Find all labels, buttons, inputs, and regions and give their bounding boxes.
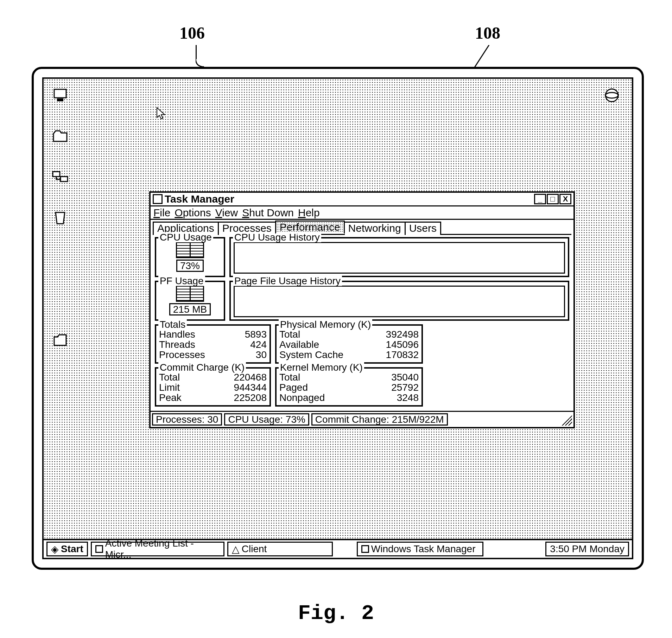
totals-handles-label: Handles xyxy=(159,329,221,339)
kernel-paged-label: Paged xyxy=(279,382,354,393)
svg-point-4 xyxy=(606,89,618,102)
pf-history-chart xyxy=(234,286,565,317)
app-icon xyxy=(153,194,163,204)
cpu-usage-label: CPU Usage xyxy=(158,232,213,242)
maximize-button[interactable]: □ xyxy=(547,194,559,204)
totals-processes-label: Processes xyxy=(159,350,221,360)
cpu-gauge-icon xyxy=(176,242,204,258)
commit-charge-group: Commit Charge (K) Total220468 Limit94434… xyxy=(155,367,271,407)
menu-shutdown[interactable]: Shut Down xyxy=(242,207,294,218)
cpu-history-chart xyxy=(234,242,565,274)
internet-icon[interactable] xyxy=(604,87,620,103)
phys-total-value: 392498 xyxy=(369,329,419,339)
app-icon xyxy=(95,545,103,553)
totals-threads-value: 424 xyxy=(229,339,267,350)
cpu-usage-group: CPU Usage 73% xyxy=(155,237,225,277)
commit-limit-value: 944344 xyxy=(212,382,267,393)
status-processes: Processes: 30 xyxy=(152,413,222,426)
callout-leader xyxy=(196,45,197,59)
menu-help[interactable]: Help xyxy=(298,207,320,218)
pf-usage-label: PF Usage xyxy=(158,276,205,286)
taskbar-clock[interactable]: 3:50 PM Monday xyxy=(545,542,629,556)
menu-view[interactable]: View xyxy=(215,207,238,218)
triangle-icon: △ xyxy=(232,543,240,555)
commit-total-label: Total xyxy=(159,372,203,382)
kernel-nonpaged-label: Nonpaged xyxy=(279,393,354,403)
status-cpu: CPU Usage: 73% xyxy=(224,413,309,426)
callout-label-108: 108 xyxy=(475,25,500,42)
statusbar: Processes: 30 CPU Usage: 73% Commit Chan… xyxy=(151,411,573,427)
pf-history-group: Page File Usage History xyxy=(229,281,569,321)
recycle-bin-icon[interactable] xyxy=(52,210,68,226)
taskbar-item-taskmgr[interactable]: Windows Task Manager xyxy=(357,542,483,556)
callout-label-106: 106 xyxy=(179,25,205,42)
kernel-memory-label: Kernel Memory (K) xyxy=(279,362,364,372)
resize-grip-icon[interactable] xyxy=(562,415,572,426)
kernel-paged-value: 25792 xyxy=(362,382,419,393)
my-computer-icon[interactable] xyxy=(52,87,68,103)
window-title: Task Manager xyxy=(165,193,534,205)
pf-usage-value: 215 MB xyxy=(169,303,211,315)
totals-processes-value: 30 xyxy=(229,350,267,360)
monitor-frame: Task Manager _ □ X File Options View Shu… xyxy=(32,67,644,570)
taskbar-item-client[interactable]: △ Client xyxy=(227,542,333,556)
phys-total-label: Total xyxy=(279,329,360,339)
taskbar-item-meeting[interactable]: Active Meeting List -Micr... xyxy=(91,542,224,556)
kernel-total-label: Total xyxy=(279,372,354,382)
minimize-button[interactable]: _ xyxy=(534,194,546,204)
pf-gauge-icon xyxy=(176,286,204,302)
phys-available-value: 145096 xyxy=(369,339,419,350)
task-manager-window: Task Manager _ □ X File Options View Shu… xyxy=(149,191,575,428)
tab-networking[interactable]: Networking xyxy=(344,222,406,235)
menu-options[interactable]: Options xyxy=(175,207,211,218)
performance-panel: CPU Usage 73% CPU Usage History PF Usage xyxy=(153,234,571,409)
app-icon xyxy=(361,545,369,553)
start-button[interactable]: ◈ Start xyxy=(46,542,88,556)
phys-available-label: Available xyxy=(279,339,360,350)
kernel-total-value: 35040 xyxy=(362,372,419,382)
totals-threads-label: Threads xyxy=(159,339,221,350)
commit-peak-value: 225208 xyxy=(212,393,267,403)
svg-rect-3 xyxy=(61,177,68,181)
tab-performance[interactable]: Performance xyxy=(275,221,345,234)
cursor-icon xyxy=(156,107,165,120)
physical-memory-label: Physical Memory (K) xyxy=(279,319,372,330)
commit-charge-label: Commit Charge (K) xyxy=(158,362,246,372)
svg-rect-0 xyxy=(54,89,66,98)
phys-cache-label: System Cache xyxy=(279,350,360,360)
svg-rect-2 xyxy=(53,172,60,177)
totals-handles-value: 5893 xyxy=(229,329,267,339)
documents-icon[interactable] xyxy=(52,332,68,348)
totals-group: Totals Handles5893 Threads424 Processes3… xyxy=(155,324,271,364)
commit-peak-label: Peak xyxy=(159,393,203,403)
menu-file[interactable]: File xyxy=(153,207,170,218)
folder-open-icon[interactable] xyxy=(52,128,68,144)
totals-label: Totals xyxy=(158,319,187,330)
physical-memory-group: Physical Memory (K) Total392498 Availabl… xyxy=(275,324,423,364)
cpu-history-group: CPU Usage History xyxy=(229,237,569,277)
start-flag-icon: ◈ xyxy=(51,543,59,555)
tabs: Applications Processes Performance Netwo… xyxy=(151,220,573,234)
commit-limit-label: Limit xyxy=(159,382,203,393)
status-commit: Commit Change: 215M/922M xyxy=(311,413,448,426)
commit-total-value: 220468 xyxy=(212,372,267,382)
kernel-memory-group: Kernel Memory (K) Total35040 Paged25792 … xyxy=(275,367,423,407)
kernel-nonpaged-value: 3248 xyxy=(362,393,419,403)
cpu-usage-value: 73% xyxy=(176,260,204,272)
close-button[interactable]: X xyxy=(559,194,571,204)
pf-history-label: Page File Usage History xyxy=(233,276,342,286)
svg-rect-1 xyxy=(57,98,63,101)
taskbar: ◈ Start Active Meeting List -Micr... △ C… xyxy=(44,539,632,558)
network-icon[interactable] xyxy=(52,169,68,185)
phys-cache-value: 170832 xyxy=(369,350,419,360)
titlebar[interactable]: Task Manager _ □ X xyxy=(151,193,573,206)
menubar: File Options View Shut Down Help xyxy=(151,206,573,220)
tab-users[interactable]: Users xyxy=(405,222,441,235)
figure-caption: Fig. 2 xyxy=(298,603,374,624)
pf-usage-group: PF Usage 215 MB xyxy=(155,281,225,321)
desktop[interactable]: Task Manager _ □ X File Options View Shu… xyxy=(42,77,633,559)
